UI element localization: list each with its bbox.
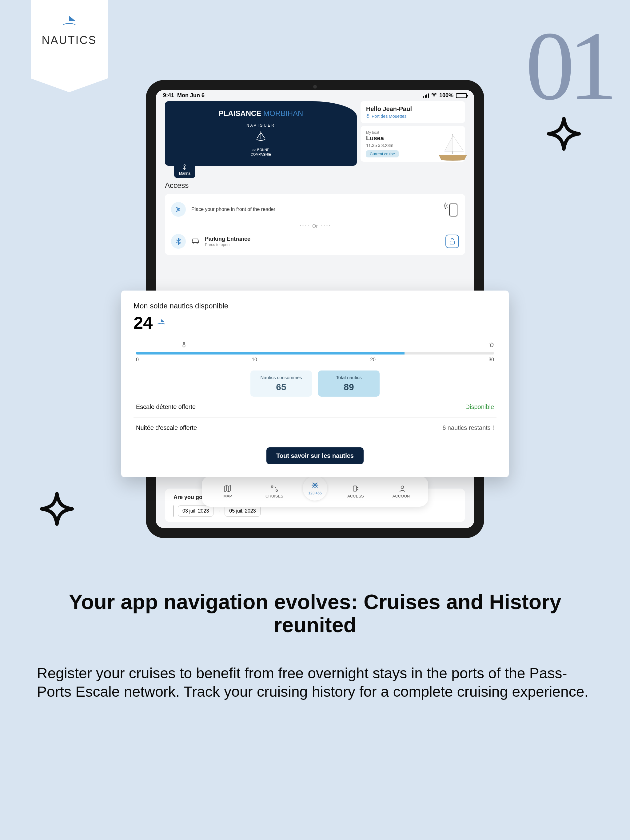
- nfc-access-row[interactable]: Place your phone in front of the reader: [171, 200, 459, 219]
- svg-rect-11: [353, 486, 356, 491]
- svg-point-12: [401, 486, 404, 489]
- nfc-instruction: Place your phone in front of the reader: [192, 207, 275, 212]
- map-icon: [224, 485, 232, 493]
- nav-account[interactable]: ACCOUNT: [384, 485, 421, 498]
- tick-0: 0: [136, 357, 139, 363]
- svg-point-13: [184, 343, 185, 344]
- sailboat-illustration: [436, 133, 470, 165]
- ios-status-bar: 9:41 Mon Jun 6 100%: [156, 90, 474, 101]
- nautics-balance-popup: Mon solde nautics disponible 24 - 0 10 2…: [121, 291, 509, 477]
- tab-marina[interactable]: Marina: [174, 161, 195, 178]
- page-number: 01: [526, 9, 611, 122]
- ship-wheel-icon: [311, 481, 319, 491]
- nav-map[interactable]: MAP: [209, 485, 246, 498]
- svg-rect-6: [450, 241, 454, 244]
- svg-point-0: [434, 96, 435, 97]
- svg-point-7: [271, 485, 273, 487]
- nav-center-label: 123 456: [308, 491, 321, 495]
- offer-row[interactable]: Nuitée d'escale offerte 6 nautics restan…: [133, 418, 497, 438]
- nav-cruises[interactable]: CRUISES: [256, 485, 293, 498]
- parking-title: Parking Entrance: [205, 236, 250, 242]
- svg-rect-3: [450, 204, 457, 216]
- battery-icon: [456, 93, 467, 98]
- nav-access[interactable]: ACCESS: [337, 485, 374, 498]
- svg-point-1: [184, 164, 185, 166]
- page-body-text: Register your cruises to benefit from fr…: [37, 664, 593, 701]
- offer-row[interactable]: Escale détente offerte Disponible: [133, 396, 497, 418]
- current-cruise-badge: Current cruise: [366, 150, 399, 158]
- greeting-card[interactable]: Hello Jean-Paul Port des Mouettes: [361, 101, 465, 123]
- date-start[interactable]: 03 juil. 2023: [178, 505, 214, 516]
- anchor-icon: [366, 114, 370, 118]
- parking-subtitle: Press to open: [205, 242, 250, 247]
- boat-card[interactable]: My boat Lusea 11.35 x 3.23m Current crui…: [361, 126, 465, 162]
- emblem-b1: BONNE: [257, 148, 269, 152]
- bottom-nav: MAP CRUISES 123 456 ACCESS: [202, 476, 428, 507]
- page-headline: Your app navigation evolves: Cruises and…: [37, 591, 593, 636]
- ribbon-label: NAUTICS: [41, 34, 97, 47]
- phone-nfc-icon: [443, 200, 459, 219]
- brand-name: PLAISANCE: [219, 109, 261, 117]
- unlock-button[interactable]: [445, 235, 459, 248]
- nautics-progress-slider: - 0 10 20 30: [133, 342, 497, 363]
- tick-20: 20: [370, 357, 375, 363]
- nautics-ribbon: NAUTICS: [31, 0, 108, 92]
- emblem-top: NAVIGUER: [246, 123, 275, 128]
- arrow-right-icon: →: [217, 508, 222, 514]
- emblem-b2: COMPAGNIE: [246, 152, 275, 156]
- bluetooth-icon: [171, 234, 186, 249]
- status-date: Mon Jun 6: [177, 92, 204, 98]
- or-divider: 〰〰 Or 〰〰: [171, 224, 459, 229]
- status-time: 9:41: [163, 92, 174, 98]
- stat-total: Total nautics 89: [318, 371, 380, 396]
- greeting-text: Hello Jean-Paul: [366, 106, 459, 112]
- port-name: Port des Mouettes: [372, 114, 407, 119]
- parking-entrance-row[interactable]: Parking Entrance Press to open: [171, 234, 459, 249]
- stat-consumed: Nautics consommés 65: [250, 371, 312, 396]
- offer-status: 6 nautics restants !: [442, 424, 494, 431]
- brand-card: PLAISANCE MORBIHAN NAVIGUER en BONNE COM…: [165, 101, 357, 166]
- date-end[interactable]: 05 juil. 2023: [225, 505, 260, 516]
- offer-status: Disponible: [465, 403, 494, 411]
- emblem-it: en: [253, 148, 256, 152]
- nautics-logo-icon: [60, 15, 78, 28]
- sparkle-icon: [40, 492, 74, 526]
- user-icon: [398, 485, 406, 493]
- access-section: Access Place your phone in front of the …: [156, 166, 474, 255]
- anchor-icon: [182, 164, 187, 171]
- moon-icon: [488, 342, 494, 350]
- brand-suffix: MORBIHAN: [263, 109, 303, 117]
- learn-more-button[interactable]: Tout savoir sur les nautics: [266, 447, 364, 464]
- status-battery-text: 100%: [439, 92, 453, 99]
- nav-center-button[interactable]: 123 456: [303, 476, 327, 501]
- car-icon: [192, 237, 199, 245]
- sparkle-icon: [547, 117, 581, 151]
- offer-label: Escale détente offerte: [136, 403, 196, 411]
- route-icon: [271, 485, 279, 493]
- access-title: Access: [165, 181, 465, 190]
- nautics-logo-icon: [157, 319, 166, 327]
- balance-value: 24: [133, 313, 153, 333]
- anchor-icon: [181, 342, 187, 350]
- popup-title: Mon solde nautics disponible: [133, 302, 497, 310]
- tab-marina-label: Marina: [179, 171, 190, 175]
- tick-30: 30: [489, 357, 494, 363]
- access-icon: [351, 485, 359, 493]
- wifi-icon: [431, 92, 437, 99]
- nfc-icon: [171, 202, 186, 217]
- offer-label: Nuitée d'escale offerte: [136, 424, 197, 431]
- emblem-boat-icon: [246, 130, 275, 146]
- cellular-icon: [423, 93, 429, 98]
- tick-10: 10: [252, 357, 257, 363]
- dashboard-header: PLAISANCE MORBIHAN NAVIGUER en BONNE COM…: [156, 101, 474, 166]
